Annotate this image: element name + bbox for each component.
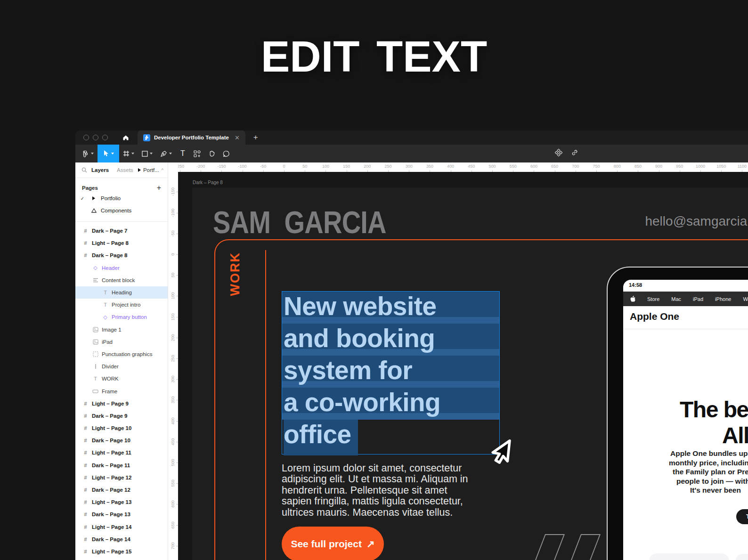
layer-row[interactable]: Frame xyxy=(75,385,168,397)
layer-row[interactable]: #Dark – Page 10 xyxy=(75,434,168,446)
image-icon xyxy=(92,339,99,345)
zoom-window-button[interactable] xyxy=(102,135,108,140)
apple-logo-icon xyxy=(629,295,635,302)
layer-row[interactable]: #Dark – Page 8 xyxy=(75,249,168,261)
list-icon xyxy=(92,278,99,283)
component-icon[interactable] xyxy=(555,149,562,158)
layer-row[interactable]: Divider xyxy=(75,360,168,373)
layer-row[interactable]: TProject intro xyxy=(75,299,168,311)
layer-row[interactable]: Punctuation graphics xyxy=(75,348,168,360)
share-link-icon[interactable] xyxy=(571,149,578,158)
layer-row[interactable]: #Dark – Page 12 xyxy=(75,484,168,496)
layer-name: Punctuation graphics xyxy=(102,351,152,357)
apple-nav-item: iPad xyxy=(693,296,703,302)
apple-card xyxy=(735,554,748,560)
tab-close-icon[interactable]: ✕ xyxy=(235,135,240,141)
layer-row[interactable]: #Dark – Page 7 xyxy=(75,225,168,237)
toolbar-right-icons xyxy=(555,145,578,162)
pen-tool-button[interactable] xyxy=(156,145,176,162)
email-text[interactable]: hello@samgarcia. xyxy=(645,214,748,229)
frame-icon: # xyxy=(82,450,89,455)
ruler-tick-label: 150 xyxy=(171,313,175,320)
ipad-mockup[interactable]: 14:58 StoreMaciPadiPhoneWatchAi Apple On… xyxy=(607,267,748,560)
frame-icon: # xyxy=(82,425,89,431)
apple-try-button: T xyxy=(736,509,748,524)
layer-row[interactable]: #Light – Page 13 xyxy=(75,496,168,508)
ruler-tick-label: -100 xyxy=(171,209,175,217)
tab-layers[interactable]: Layers xyxy=(91,167,109,173)
main-menu-button[interactable] xyxy=(78,145,98,162)
shape-tool-button[interactable] xyxy=(138,145,156,162)
see-full-project-button[interactable]: See full project ↗ xyxy=(282,527,384,560)
layer-row[interactable]: #Dark – Page 9 xyxy=(75,410,168,422)
layer-row[interactable]: #Light – Page 12 xyxy=(75,471,168,484)
search-icon[interactable] xyxy=(81,167,87,173)
layer-row[interactable]: Image 1 xyxy=(75,324,168,336)
frame-icon: # xyxy=(82,499,89,505)
close-window-button[interactable] xyxy=(83,135,89,140)
layer-row[interactable]: #Light – Page 15 xyxy=(75,545,168,558)
portfolio-name-heading[interactable]: SAM GARCIA xyxy=(213,204,386,240)
new-tab-button[interactable]: + xyxy=(253,133,258,142)
ruler-tick-label: 350 xyxy=(426,164,433,169)
layer-name: Light – Page 15 xyxy=(92,549,131,554)
page-row-components[interactable]: Components xyxy=(75,204,168,217)
heading-line: New website xyxy=(282,292,499,324)
layer-row[interactable]: #Light – Page 11 xyxy=(75,446,168,459)
add-page-button[interactable]: + xyxy=(157,184,161,192)
frame-icon: # xyxy=(82,524,89,530)
design-frame[interactable]: SAM GARCIA hello@samgarcia. WORK New web… xyxy=(192,187,748,560)
canvas-viewport[interactable]: Dark – Page 8 SAM GARCIA hello@samgarcia… xyxy=(178,172,748,560)
layer-row[interactable]: #Light – Page 10 xyxy=(75,422,168,434)
minimize-window-button[interactable] xyxy=(93,135,98,140)
layer-row[interactable]: #Dark – Page 14 xyxy=(75,533,168,545)
layer-row[interactable]: #Light – Page 9 xyxy=(75,398,168,410)
frame-tool-button[interactable] xyxy=(119,145,138,162)
ruler-tick-label: 500 xyxy=(488,164,496,169)
ruler-tick-label: 300 xyxy=(406,164,413,169)
layer-row[interactable]: #Light – Page 14 xyxy=(75,521,168,533)
screenshot-stage: EDIT TEXT Developer Portfolio Template ✕… xyxy=(0,0,748,560)
frame-icon: # xyxy=(82,511,89,517)
layer-row[interactable]: ◇Header xyxy=(75,262,168,274)
layer-row[interactable]: TWORK xyxy=(75,373,168,385)
page-row-portfolio[interactable]: ✓Portfolio xyxy=(75,192,168,204)
work-section-label[interactable]: WORK xyxy=(228,252,243,296)
ruler-tick-label: 500 xyxy=(171,459,175,466)
ruler-tick-label: 1050 xyxy=(716,164,726,169)
page-name: Components xyxy=(101,208,131,213)
file-tab[interactable]: Developer Portfolio Template ✕ xyxy=(138,130,245,145)
tab-assets[interactable]: Assets xyxy=(117,167,133,173)
home-icon[interactable] xyxy=(122,134,130,141)
frame-label[interactable]: Dark – Page 8 xyxy=(193,180,223,185)
layer-row[interactable]: ◇Primary button xyxy=(75,311,168,323)
heading-text-box[interactable]: New websiteand bookingsystem fora co-wor… xyxy=(282,291,500,454)
apple-body-line: the Family plan or Prem xyxy=(673,468,748,476)
layer-row[interactable]: #Dark – Page 13 xyxy=(75,508,168,520)
project-intro-paragraph[interactable]: Lorem ipsum dolor sit amet, consectetur … xyxy=(282,463,479,518)
heading-line: a co-working xyxy=(282,388,499,420)
move-tool-button[interactable] xyxy=(98,145,119,162)
text-tool-button[interactable]: T xyxy=(176,145,190,162)
page-selector[interactable]: Portf... ^ xyxy=(138,167,163,173)
layer-row[interactable]: #Dark – Page 11 xyxy=(75,459,168,471)
resources-tool-button[interactable] xyxy=(190,145,204,162)
comment-tool-button[interactable] xyxy=(219,145,234,162)
hand-tool-button[interactable] xyxy=(204,145,219,162)
apple-body-line: It's never been xyxy=(690,486,741,495)
frame-icon: # xyxy=(82,487,89,493)
check-icon: ✓ xyxy=(75,196,89,201)
ruler-tick-label: -50 xyxy=(171,230,175,236)
ruler-tick-label: 50 xyxy=(302,164,307,169)
chevron-down-icon xyxy=(169,153,172,154)
ruler-corner xyxy=(168,162,178,172)
layer-name: Dark – Page 9 xyxy=(92,413,127,419)
layer-row[interactable]: #Light – Page 8 xyxy=(75,237,168,249)
layer-row[interactable]: Content block xyxy=(75,274,168,286)
layer-row[interactable]: iPad xyxy=(75,336,168,348)
layer-row[interactable]: THeading xyxy=(75,286,168,299)
chevron-down-icon xyxy=(150,153,153,154)
ruler-tick-label: 400 xyxy=(447,164,454,169)
chevron-down-icon xyxy=(111,153,114,154)
vertical-ruler: -150-100-5005010015020025030035040045050… xyxy=(168,162,178,560)
